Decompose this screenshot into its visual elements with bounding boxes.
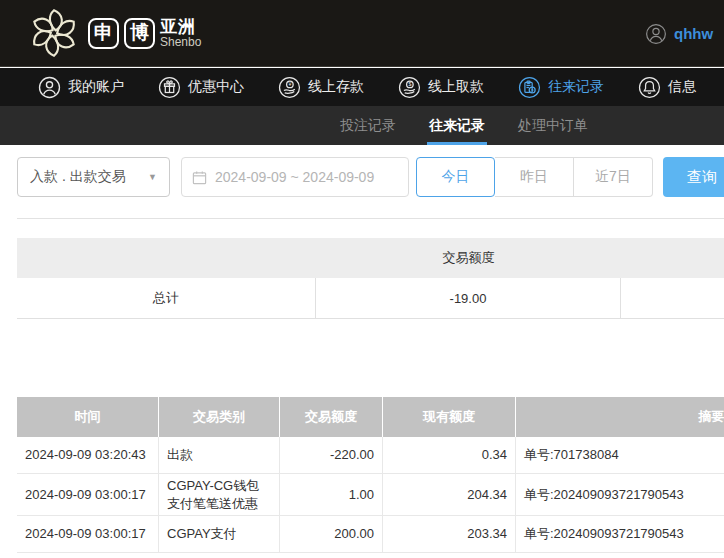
- nav-item-promotions[interactable]: 优惠中心: [158, 76, 244, 99]
- last7days-button[interactable]: 近7日: [574, 157, 653, 197]
- nav-label: 线上存款: [308, 78, 364, 96]
- user-avatar-icon: [645, 23, 667, 45]
- col-header-type: 交易类别: [159, 397, 280, 437]
- tab-transaction-records[interactable]: 往来记录: [429, 106, 485, 145]
- nav-item-withdraw[interactable]: $ 线上取款: [398, 76, 484, 99]
- table-row: 2024-09-09 03:00:17 CGPAY支付 200.00 203.3…: [17, 516, 724, 553]
- col-header-summary: 摘要: [516, 397, 724, 437]
- col-header-balance: 现有额度: [383, 397, 516, 437]
- flower-logo-icon: [26, 5, 82, 61]
- logo-region-label: 亚洲: [160, 18, 201, 36]
- page: 申 博 亚洲 Shenbo qhhw 我的账户: [0, 0, 724, 558]
- cell-time: 2024-09-09 03:00:17: [17, 516, 159, 552]
- cell-balance: 0.34: [383, 437, 516, 473]
- username-label: qhhw: [674, 25, 713, 42]
- deposit-icon: ¥: [278, 76, 301, 99]
- logo-char-1: 申: [88, 18, 119, 49]
- tab-processing-orders[interactable]: 处理中订单: [518, 106, 588, 145]
- nav-label: 优惠中心: [188, 78, 244, 96]
- summary-table-row: 总计 -19.00: [17, 278, 724, 319]
- user-account-area[interactable]: qhhw: [645, 0, 724, 67]
- withdraw-icon: $: [398, 76, 421, 99]
- brand-logo[interactable]: 申 博 亚洲 Shenbo: [26, 5, 201, 61]
- user-icon: [38, 76, 61, 99]
- nav-label: 线上取款: [428, 78, 484, 96]
- search-button[interactable]: 查询: [663, 157, 724, 197]
- cell-type: CGPAY-CG钱包支付笔笔送优惠: [159, 474, 280, 515]
- table-row: 2024-09-09 03:00:17 CGPAY-CG钱包支付笔笔送优惠 1.…: [17, 474, 724, 516]
- cell-type: 出款: [159, 437, 280, 473]
- filter-row: 入款 . 出款交易 ▼ 2024-09-09 ~ 2024-09-09 今日 昨…: [17, 157, 724, 197]
- nav-item-transaction-records[interactable]: 往来记录: [518, 76, 604, 99]
- section-divider: [17, 218, 724, 219]
- summary-empty-cell: [621, 278, 724, 318]
- cell-balance: 203.34: [383, 516, 516, 552]
- gift-icon: [158, 76, 181, 99]
- transaction-type-select[interactable]: 入款 . 出款交易 ▼: [17, 157, 170, 197]
- records-icon: [518, 76, 541, 99]
- col-header-amount: 交易额度: [280, 397, 383, 437]
- nav-label: 往来记录: [548, 78, 604, 96]
- summary-header-amount: 交易额度: [316, 249, 621, 267]
- logo-subtitle: Shenbo: [160, 36, 201, 49]
- transaction-table-header: 时间 交易类别 交易额度 现有额度 摘要: [17, 397, 724, 437]
- nav-item-messages[interactable]: 信息: [638, 76, 696, 99]
- content-area: 入款 . 出款交易 ▼ 2024-09-09 ~ 2024-09-09 今日 昨…: [0, 145, 724, 558]
- top-header: 申 博 亚洲 Shenbo qhhw: [0, 0, 724, 67]
- svg-text:¥: ¥: [288, 81, 291, 87]
- bell-icon: [638, 76, 661, 99]
- today-button[interactable]: 今日: [416, 157, 495, 197]
- chevron-down-icon: ▼: [148, 172, 157, 182]
- record-tabs: 投注记录 往来记录 处理中订单: [340, 106, 588, 145]
- nav-label: 我的账户: [68, 78, 124, 96]
- col-header-time: 时间: [17, 397, 159, 437]
- cell-amount: -220.00: [280, 437, 383, 473]
- quick-date-group: 今日 昨日 近7日: [416, 157, 653, 197]
- tab-betting-records[interactable]: 投注记录: [340, 106, 396, 145]
- nav-label: 信息: [668, 78, 696, 96]
- nav-item-my-account[interactable]: 我的账户: [38, 76, 124, 99]
- cell-amount: 200.00: [280, 516, 383, 552]
- svg-text:$: $: [408, 81, 411, 87]
- summary-table-header: 交易额度: [17, 238, 724, 278]
- summary-total-label: 总计: [17, 278, 316, 318]
- cell-summary: 单号:202409093721790543: [516, 474, 724, 515]
- logo-char-2: 博: [124, 18, 155, 49]
- summary-table: 交易额度 总计 -19.00: [17, 238, 724, 319]
- date-range-value: 2024-09-09 ~ 2024-09-09: [215, 169, 374, 185]
- cell-time: 2024-09-09 03:20:43: [17, 437, 159, 473]
- cell-summary: 单号:202409093721790543: [516, 516, 724, 552]
- cell-time: 2024-09-09 03:00:17: [17, 474, 159, 515]
- logo-characters: 申 博: [88, 18, 155, 49]
- subnav-bar: 投注记录 往来记录 处理中订单: [0, 106, 724, 145]
- transaction-table: 时间 交易类别 交易额度 现有额度 摘要 2024-09-09 03:20:43…: [17, 397, 724, 553]
- cell-balance: 204.34: [383, 474, 516, 515]
- summary-total-value: -19.00: [316, 278, 621, 318]
- cell-amount: 1.00: [280, 474, 383, 515]
- yesterday-button[interactable]: 昨日: [495, 157, 574, 197]
- cell-type: CGPAY支付: [159, 516, 280, 552]
- logo-text: 亚洲 Shenbo: [160, 18, 201, 48]
- cell-summary: 单号:701738084: [516, 437, 724, 473]
- nav-item-deposit[interactable]: ¥ 线上存款: [278, 76, 364, 99]
- date-range-input[interactable]: 2024-09-09 ~ 2024-09-09: [181, 157, 409, 197]
- calendar-icon: [192, 170, 207, 185]
- table-row: 2024-09-09 03:20:43 出款 -220.00 0.34 单号:7…: [17, 437, 724, 474]
- main-navigation: 我的账户 优惠中心 ¥ 线上存款: [0, 68, 724, 106]
- transaction-type-value: 入款 . 出款交易: [30, 168, 126, 186]
